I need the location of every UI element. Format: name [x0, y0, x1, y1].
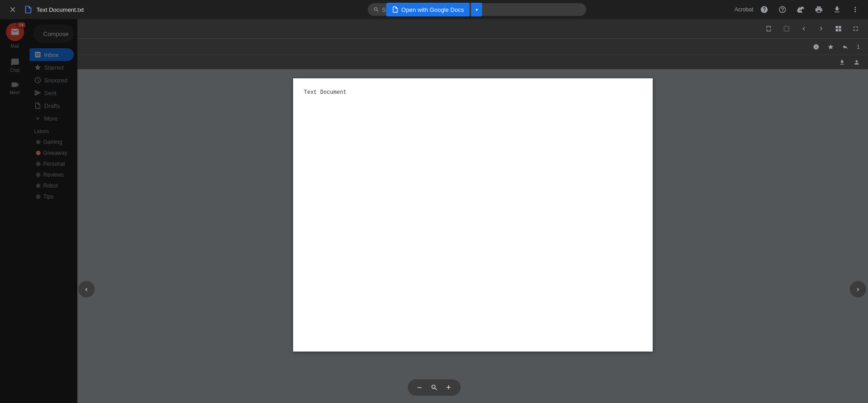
- topbar: Text Document.txt Open with Google Docs …: [0, 0, 868, 19]
- doc-secondary-toolbar: 1: [77, 38, 868, 55]
- close-button[interactable]: [5, 2, 20, 17]
- open-with-dropdown-button[interactable]: ▾: [471, 3, 482, 16]
- doc-page-text: Text Document: [304, 89, 642, 96]
- nav-arrow-right[interactable]: ›: [850, 281, 866, 297]
- reply-button[interactable]: [839, 43, 851, 51]
- drive-button[interactable]: [793, 2, 808, 17]
- download-small-button[interactable]: [836, 58, 848, 66]
- acrobat-button[interactable]: Acrobat: [735, 6, 753, 13]
- zoom-search-button[interactable]: [428, 381, 441, 394]
- user-small-button[interactable]: [851, 58, 863, 66]
- star-button[interactable]: [825, 43, 837, 51]
- expand-button[interactable]: [849, 22, 863, 36]
- zoom-out-button[interactable]: −: [413, 381, 426, 394]
- search-icon: [373, 6, 379, 13]
- fit-page-button[interactable]: [762, 22, 776, 36]
- page-info-button[interactable]: [810, 43, 822, 51]
- more-options-button[interactable]: [848, 2, 863, 17]
- next-page-button[interactable]: [814, 22, 828, 36]
- doc-page: Text Document: [293, 78, 653, 352]
- doc-viewer: 1 Text Document: [77, 19, 868, 403]
- nav-arrow-left[interactable]: ‹: [78, 281, 95, 297]
- doc-tertiary-toolbar: [77, 55, 868, 69]
- question-button[interactable]: [775, 2, 790, 17]
- grid-view-button[interactable]: [832, 22, 845, 36]
- topbar-right-actions: Acrobat: [735, 2, 863, 17]
- zoom-in-button[interactable]: +: [442, 381, 455, 394]
- prev-page-button[interactable]: [797, 22, 811, 36]
- open-with-section: Open with Google Docs ▾: [386, 3, 482, 16]
- zoom-bar: − +: [408, 379, 461, 396]
- doc-title: Text Document.txt: [36, 6, 84, 13]
- doc-content-area: Text Document: [77, 69, 868, 403]
- page-num: 1: [854, 43, 863, 51]
- docs-icon: [24, 5, 33, 14]
- doc-toolbar: [77, 19, 868, 38]
- open-with-google-docs-button[interactable]: Open with Google Docs: [386, 3, 469, 16]
- google-docs-btn-icon: [391, 6, 399, 13]
- download-button[interactable]: [830, 2, 844, 17]
- help-button[interactable]: [757, 2, 772, 17]
- fit-width-button[interactable]: [780, 22, 793, 36]
- print-button[interactable]: [812, 2, 826, 17]
